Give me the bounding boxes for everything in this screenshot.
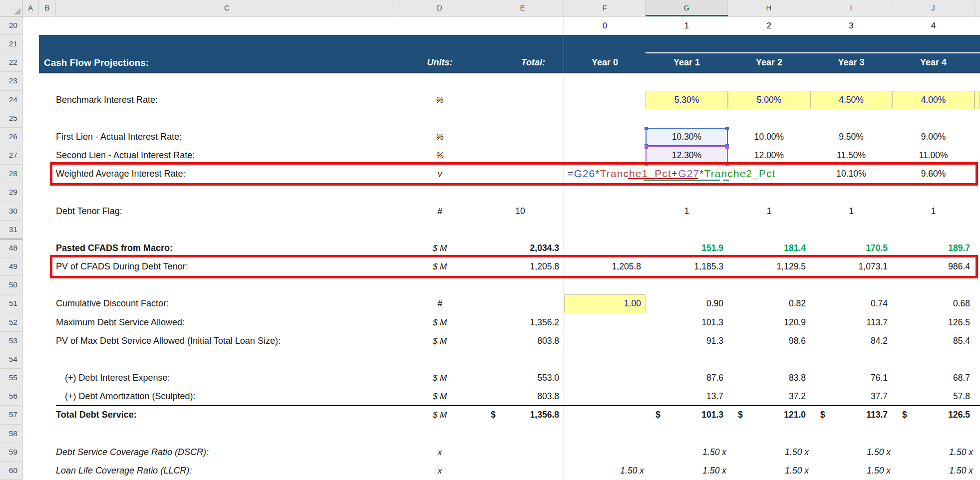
col-header-J[interactable]: J [892,0,975,16]
cell-J59[interactable]: 1.50 x [892,443,973,462]
cell-J26[interactable]: 9.00% [892,128,975,146]
units-51[interactable]: # [398,294,481,313]
row-header-26[interactable]: 26 [0,128,22,146]
select-all-corner[interactable] [0,0,22,16]
cell-K24[interactable] [975,91,980,109]
cell-G59[interactable]: 1.50 x [646,443,726,462]
col-header-G[interactable]: G [646,0,728,16]
cell-G51[interactable]: 0.90 [646,294,723,313]
row-label-48[interactable]: Pasted CFADS from Macro: [56,239,385,257]
units-24[interactable]: % [398,91,481,109]
timeline-period-F20[interactable]: 0 [564,16,646,35]
cell-I48[interactable]: 170.5 [810,239,888,257]
units-56[interactable]: $ M [398,387,481,406]
row-header-57[interactable]: 57 [0,406,22,424]
row-label-52[interactable]: Maximum Debt Service Allowed: [56,313,385,332]
cell-F49[interactable]: 1,205.8 [564,257,641,276]
units-30[interactable]: # [398,202,481,221]
row-header-50[interactable]: 50 [0,276,22,294]
units-52[interactable]: $ M [398,313,481,332]
year-header-1[interactable]: Year 1 [646,53,728,72]
cell-G49[interactable]: 1,185.3 [646,257,723,276]
cell-G48[interactable]: 151.9 [646,239,723,257]
row-label-24[interactable]: Benchmark Interest Rate: [56,91,385,109]
cell-G60[interactable]: 1.50 x [646,462,726,480]
col-header-H[interactable]: H [728,0,810,16]
cell-G24[interactable]: 5.30% [646,91,728,109]
total-56[interactable]: 803.8 [481,387,559,406]
row-header-53[interactable]: 53 [0,332,22,350]
cell-G30[interactable]: 1 [646,202,728,221]
year-header-4[interactable]: Year 4 [892,53,975,72]
row-label-27[interactable]: Second Lien - Actual Interest Rate: [56,146,385,165]
units-28[interactable]: v [398,165,481,183]
cell-G56[interactable]: 13.7 [646,387,723,406]
row-header-23[interactable]: 23 [0,72,22,90]
row-header-20[interactable]: 20 [0,16,22,35]
cell-I51[interactable]: 0.74 [810,294,888,313]
cell-H53[interactable]: 98.6 [728,332,806,350]
cell-G53[interactable]: 91.3 [646,332,723,350]
units-49[interactable]: $ M [398,257,481,276]
row-label-26[interactable]: First Lien - Actual Interest Rate: [56,128,385,146]
cell-J56[interactable]: 57.8 [892,387,970,406]
units-column-header[interactable]: Units: [398,53,481,72]
units-27[interactable]: % [398,146,481,165]
units-26[interactable]: % [398,128,481,146]
cell-J49[interactable]: 986.4 [892,257,970,276]
cell-I24[interactable]: 4.50% [810,91,892,109]
row-header-59[interactable]: 59 [0,443,22,462]
row-label-28[interactable]: Weighted Average Interest Rate: [56,165,385,183]
col-header-F[interactable]: F [564,0,646,16]
year-header-3[interactable]: Year 3 [810,53,892,72]
units-55[interactable]: $ M [398,369,481,387]
section-title[interactable]: Cash Flow Projections: [44,53,149,72]
cell-J24[interactable]: 4.00% [892,91,975,109]
row-label-49[interactable]: PV of CFADS During Debt Tenor: [56,257,385,276]
year-header-2[interactable]: Year 2 [728,53,810,72]
row-header-49[interactable]: 49 [0,257,22,276]
row-header-30[interactable]: 30 [0,202,22,221]
cell-J28[interactable]: 9.60% [892,165,975,183]
row-header-25[interactable]: 25 [0,109,22,128]
row-header-58[interactable]: 58 [0,425,22,443]
timeline-period-I20[interactable]: 3 [810,16,892,35]
total-53[interactable]: 803.8 [481,332,559,350]
cell-J30[interactable]: 1 [892,202,975,221]
cell-I27[interactable]: 11.50% [810,146,892,165]
timeline-period-J20[interactable]: 4 [892,16,975,35]
cell-I30[interactable]: 1 [810,202,892,221]
cell-J60[interactable]: 1.50 x [892,462,973,480]
cell-I56[interactable]: 37.7 [810,387,888,406]
row-label-60[interactable]: Loan Life Coverage Ratio (LLCR): [56,462,385,480]
units-57[interactable]: $ M [398,406,481,424]
cell-J48[interactable]: 189.7 [892,239,970,257]
row-header-27[interactable]: 27 [0,146,22,165]
cell-H59[interactable]: 1.50 x [728,443,809,462]
cell-I60[interactable]: 1.50 x [810,462,891,480]
row-label-51[interactable]: Cumulative Discount Factor: [56,294,385,313]
total-55[interactable]: 553.0 [481,369,559,387]
cell-J27[interactable]: 11.00% [892,146,975,165]
row-label-56[interactable]: (+) Debt Amortization (Sculpted): [65,387,394,406]
total-30[interactable]: 10 [481,202,559,221]
total-52[interactable]: 1,356.2 [481,313,559,332]
row-header-60[interactable]: 60 [0,462,22,480]
row-header-21[interactable]: 21 [0,35,22,53]
cell-H55[interactable]: 83.8 [728,369,806,387]
cell-H24[interactable]: 5.00% [728,91,810,109]
cell-H30[interactable]: 1 [728,202,810,221]
row-header-56[interactable]: 56 [0,387,22,406]
total-column-header[interactable]: Total: [481,53,545,72]
row-header-54[interactable]: 54 [0,350,22,369]
cell-H51[interactable]: 0.82 [728,294,806,313]
year-header-0[interactable]: Year 0 [564,53,646,72]
cell-H56[interactable]: 37.2 [728,387,806,406]
cell-J51[interactable]: 0.68 [892,294,970,313]
cell-I55[interactable]: 76.1 [810,369,888,387]
cell-H60[interactable]: 1.50 x [728,462,809,480]
timeline-period-G20[interactable]: 1 [646,16,728,35]
row-header-31[interactable]: 31 [0,221,22,239]
row-label-53[interactable]: PV of Max Debt Service Allowed (Initial … [56,332,385,350]
row-label-55[interactable]: (+) Debt Interest Expense: [65,369,394,387]
